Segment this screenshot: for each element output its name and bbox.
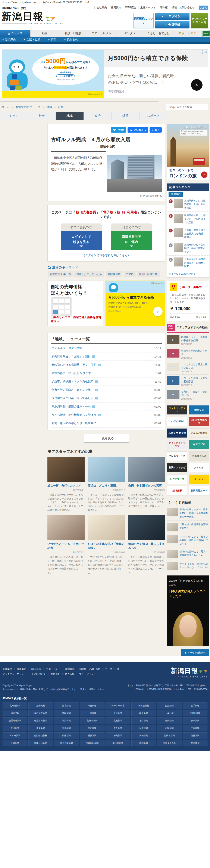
news47-paper-link[interactable]: 室蘭民報 bbox=[28, 703, 53, 709]
utility-link[interactable]: WEB広告 bbox=[123, 6, 138, 9]
sidebar-banner[interactable]: にいがた暮らし bbox=[167, 417, 187, 426]
news47-paper-link[interactable]: 東奥日報 bbox=[80, 703, 105, 709]
footer-link[interactable]: データベース bbox=[105, 668, 124, 670]
meiji-yasuda-ad[interactable]: 募Ⅱ1800868営企 月5000円から積立できる保険 お金の貯めかたに新しい選… bbox=[106, 281, 165, 326]
keyword-tag[interactable]: 新型肺炎 記事一覧 bbox=[48, 271, 73, 277]
article-photo[interactable] bbox=[107, 155, 162, 192]
news47-paper-link[interactable]: デーリー東北 bbox=[106, 703, 130, 709]
news47-paper-link[interactable]: 琉球新報 bbox=[131, 740, 156, 746]
nav-sports-more[interactable]: スポーツモア bbox=[173, 30, 202, 37]
news47-paper-link[interactable]: 四国新聞 bbox=[54, 733, 79, 739]
news-link[interactable]: ホノルルフェス節分中止 bbox=[51, 346, 82, 350]
share-button[interactable]: シェア bbox=[149, 127, 162, 132]
news47-paper-link[interactable]: 西日本新聞 bbox=[157, 733, 182, 739]
news47-paper-link[interactable]: 北日本新聞 bbox=[80, 717, 105, 724]
register-button[interactable]: ＋ 会員登録 bbox=[155, 21, 189, 28]
mitsui-rehouse-ad[interactable]: 自宅の売却価格 ほんとはいくら？ 三井のリハウス 自宅の適正価格を無料査定 → bbox=[47, 281, 103, 326]
footer-link[interactable]: サイトマップ bbox=[79, 673, 99, 675]
pr-link[interactable]: 新潟の企業リーダー・経営者向け 新潟ビジネス誌のセミナー情報 bbox=[179, 508, 209, 519]
sidebar-banner[interactable]: フォトコンテスト bbox=[167, 405, 187, 415]
breadcrumb-item[interactable]: ホーム bbox=[1, 105, 10, 109]
news47-paper-link[interactable]: 山陽新聞 bbox=[157, 725, 182, 731]
news47-paper-link[interactable]: 北海道新聞 bbox=[3, 703, 27, 709]
login-continue-button[interactable]: ログインして 続きを見る bbox=[61, 231, 102, 250]
ranking-row[interactable]: 5 【動画あり】加茂市の感染者 行動歴を調査 bbox=[167, 255, 209, 270]
ranking-tab-niigata[interactable]: 新潟県内 bbox=[169, 192, 183, 197]
tab-sports[interactable]: スポーツ bbox=[140, 112, 167, 120]
ranking-row[interactable]: 3 【速報】新型コロナ 急速拡大に危機感 新潟市 bbox=[167, 226, 209, 241]
news47-paper-link[interactable]: 福島民報 bbox=[3, 710, 27, 716]
news47-paper-link[interactable]: 河北新報 bbox=[54, 703, 79, 709]
video-row[interactable]: 中越地方が新潟美人をＰＲ 2020/02/19 bbox=[167, 347, 209, 361]
keyword-tag[interactable]: 感染した？と思ったら bbox=[74, 271, 104, 277]
news-link[interactable]: 保育園の誕生日会 撮って楽しく bbox=[51, 396, 98, 400]
nav-more-select[interactable]: モア・セレクト bbox=[88, 30, 116, 37]
sidebar-banner[interactable]: 未来ラボ 第３弾 bbox=[167, 428, 187, 438]
news-list-row[interactable]: 春の訪れ告げる雪割草、早くも開花 14:32 bbox=[51, 361, 162, 369]
pr-row[interactable]: 新潟の企業リーダー・経営者向け 新潟ビジネス誌のセミナー情報 bbox=[167, 506, 209, 521]
footer-link[interactable]: WEB広告 bbox=[31, 668, 46, 670]
nav-entertainment[interactable]: エンタメ bbox=[116, 30, 144, 37]
news-link[interactable]: 燕市科学の面白さ ＤＶＤで見て bbox=[51, 388, 98, 392]
nav-editorial[interactable]: 社説・日報抄 bbox=[59, 30, 88, 37]
site-logo[interactable]: 新潟日報 モ ア NIIGATA NIPPO MORE bbox=[2, 12, 65, 24]
news47-paper-link[interactable]: 奈良新聞 bbox=[106, 725, 130, 731]
jal-ad[interactable]: JALでお得に海外へ。 ※「Best Business Class Seat」受… bbox=[167, 124, 209, 180]
pr-link[interactable]: 「勝ち組」投資情報を随時更新中！ bbox=[179, 523, 209, 531]
sidebar-banner[interactable]: にいがた酒まつり bbox=[189, 417, 209, 426]
news-link[interactable]: 春の訪れ告げる雪割草、早くも開花 bbox=[51, 363, 101, 367]
news47-paper-link[interactable]: 高知新聞 bbox=[131, 733, 156, 739]
ranking-row[interactable]: 2 新潟県内で新たに感染確認 中央区の４０代男性 bbox=[167, 212, 209, 226]
like-button[interactable]: いいね！ 0 bbox=[128, 127, 148, 132]
ad-close-icon[interactable]: × bbox=[205, 51, 207, 54]
news47-paper-link[interactable]: 信濃毎日新聞 bbox=[28, 717, 53, 724]
footer-link[interactable]: 縮刷版・DVD-ROM bbox=[79, 668, 105, 670]
utility-link[interactable]: 著作権 bbox=[158, 6, 170, 9]
browser-url[interactable]: https://www.niigata-nippo.co.jp/news/loc… bbox=[0, 0, 210, 4]
recommend-title[interactable]: たばこの正体を学ぶ「禁煙の学校」 bbox=[88, 542, 125, 550]
forgot-login-link[interactable]: （ログイン情報を忘れた方はこちら） bbox=[51, 253, 162, 257]
video-title[interactable]: ニイガタ楽しむ雪上の親子プロレス bbox=[181, 363, 207, 369]
news-link[interactable]: 佐渡のあま ゆったりなびます bbox=[51, 371, 91, 375]
video-title[interactable]: ドローンが消防・クズワン五輪応援 bbox=[181, 377, 207, 383]
subnav-link[interactable]: 特集 bbox=[48, 38, 57, 41]
news47-paper-link[interactable]: 愛媛新聞 bbox=[80, 733, 105, 739]
breadcrumb-item[interactable]: 地域 bbox=[41, 105, 52, 109]
news47-paper-link[interactable]: 熊本日日新聞 bbox=[28, 740, 53, 746]
sidebar-banner[interactable]: モアアプリ bbox=[189, 440, 209, 449]
news47-paper-link[interactable]: 上毛新聞 bbox=[106, 710, 130, 716]
font-size-large[interactable]: A bbox=[205, 6, 207, 9]
sidebar-banner[interactable]: 動画ＣＭ bbox=[189, 405, 209, 415]
subnav-link[interactable]: 読みもの bbox=[65, 38, 78, 41]
news47-paper-link[interactable]: 沖縄タイムス bbox=[157, 740, 182, 746]
recommend-card[interactable]: 新潟は「どぶろく王国」 2020/02/16 ずっと、「どぶろく」は憧れでした。… bbox=[88, 457, 125, 512]
news-list-row[interactable]: 保育園の誕生日会 撮って楽しく 03/03 bbox=[51, 394, 162, 402]
video-row[interactable]: ドローンが消防・クズワン五輪応援 2020/02/10 bbox=[167, 375, 209, 389]
footer-link[interactable]: 個人情報 bbox=[65, 673, 79, 675]
video-row[interactable]: ニイガタ楽しむ雪上の親子プロレス 2020/02/13 bbox=[167, 361, 209, 375]
pr-row[interactable]: 新潟のお墓のこと、写真・資料請求はこちらから bbox=[167, 548, 209, 560]
sidebar-banner[interactable]: ＰａｙＰａｙフリマ bbox=[167, 440, 187, 449]
news47-paper-link[interactable]: 佐賀新聞 bbox=[183, 733, 208, 739]
news47-paper-link[interactable]: 静岡新聞 bbox=[157, 717, 182, 724]
news47-paper-link[interactable]: 北國新聞 bbox=[106, 717, 130, 724]
recommend-title[interactable]: 新潟は「どぶろく王国」 bbox=[88, 484, 125, 488]
news47-paper-link[interactable]: 京都新聞 bbox=[54, 725, 79, 731]
news47-paper-link[interactable]: 山形新聞 bbox=[157, 703, 182, 709]
recommend-title[interactable]: 命綱 非常用ボタンの真実 bbox=[128, 484, 165, 488]
pr-link[interactable]: 新潟のお墓のこと、写真・資料請求はこちらから bbox=[179, 550, 209, 558]
footer-link[interactable]: モアについて bbox=[31, 673, 50, 675]
video-row[interactable]: 吟醸香たっぷり 酒造りの手仕事を公開 2020/03/02 bbox=[167, 334, 209, 347]
ranking-title[interactable]: 【速報】新型コロナ 急速拡大に危機感 新潟市 bbox=[184, 228, 207, 239]
news-link[interactable]: 加茂市、子供用マスク３万枚配布 bbox=[51, 379, 98, 383]
news47-paper-link[interactable]: 徳島新聞 bbox=[106, 733, 130, 739]
utility-link[interactable]: 会社案内 bbox=[95, 6, 109, 9]
recommend-title[interactable]: 通な一杯 角打ちのススメ bbox=[47, 484, 84, 488]
recommend-card[interactable]: 命綱 非常用ボタンの真実 2020/02/07 新潟市中央区の万代シテイ第２駐車… bbox=[128, 457, 165, 512]
video-title[interactable]: 吟醸香たっぷり 酒造りの手仕事を公開 bbox=[181, 336, 207, 342]
sidebar-banner[interactable]: プレスリリース bbox=[167, 452, 187, 461]
sidebar-banner[interactable]: ご当地グルメ bbox=[189, 452, 209, 461]
font-size-medium[interactable]: A bbox=[202, 7, 204, 9]
news-list-row[interactable]: 加茂市、子供用マスク３万枚配布 11:42 bbox=[51, 377, 162, 386]
subnav-link[interactable]: 全国・世界 bbox=[24, 38, 40, 41]
